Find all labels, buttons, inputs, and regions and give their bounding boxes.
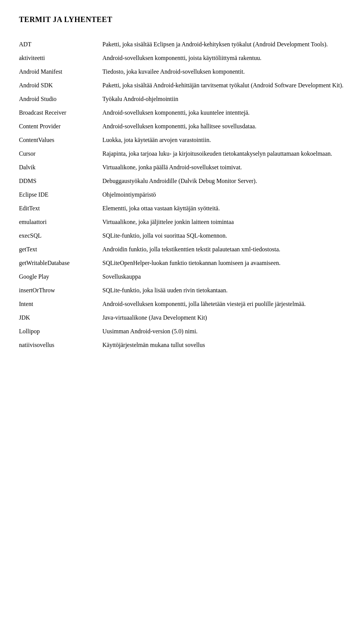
glossary-definition: Elementti, joka ottaa vastaan käyttäjän … [102,202,345,215]
glossary-row: getWritableDatabaseSQLiteOpenHelper-luok… [19,256,345,270]
glossary-term: natiivisovellus [19,338,102,352]
glossary-definition: Käyttöjärjestelmän mukana tullut sovellu… [102,338,345,352]
glossary-term: insertOrThrow [19,284,102,297]
glossary-definition: Paketti, joka sisältää Android-kehittäjä… [102,79,345,92]
glossary-row: natiivisovellusKäyttöjärjestelmän mukana… [19,338,345,352]
glossary-definition: Tiedosto, joka kuvailee Android-sovelluk… [102,65,345,79]
glossary-table: ADTPaketti, joka sisältää Eclipsen ja An… [19,38,345,352]
glossary-row: DalvikVirtuaalikone, jonka päällä Androi… [19,161,345,174]
glossary-row: ContentValuesLuokka, jota käytetään arvo… [19,133,345,147]
glossary-row: Content ProviderAndroid-sovelluksen komp… [19,120,345,133]
glossary-row: Android SDKPaketti, joka sisältää Androi… [19,79,345,92]
glossary-row: JDKJava-virtuaalikone (Java Development … [19,311,345,325]
glossary-definition: Ohjelmointiympäristö [102,188,345,202]
glossary-definition: Virtuaalikone, jonka päällä Android-sove… [102,161,345,174]
glossary-definition: Android-sovelluksen komponentti, jolla l… [102,297,345,311]
glossary-term: Dalvik [19,161,102,174]
glossary-definition: Virtuaalikone, joka jäljittelee jonkin l… [102,215,345,229]
glossary-term: Android SDK [19,79,102,92]
glossary-term: Broadcast Receiver [19,106,102,120]
glossary-row: Android StudioTyökalu Android-ohjelmoint… [19,92,345,106]
glossary-row: aktiviteettiAndroid-sovelluksen komponen… [19,51,345,65]
glossary-definition: SQLite-funktio, joka lisää uuden rivin t… [102,284,345,297]
glossary-term: execSQL [19,229,102,243]
glossary-term: ADT [19,38,102,51]
glossary-row: Broadcast ReceiverAndroid-sovelluksen ko… [19,106,345,120]
glossary-definition: Sovelluskauppa [102,270,345,284]
glossary-row: emulaattoriVirtuaalikone, joka jäljittel… [19,215,345,229]
glossary-row: execSQLSQLite-funktio, jolla voi suoritt… [19,229,345,243]
glossary-definition: Java-virtuaalikone (Java Development Kit… [102,311,345,325]
glossary-term: aktiviteetti [19,51,102,65]
glossary-definition: Debuggaustyökalu Androidille (Dalvik Deb… [102,174,345,188]
glossary-term: Android Studio [19,92,102,106]
glossary-definition: SQLite-funktio, jolla voi suorittaa SQL-… [102,229,345,243]
glossary-row: getTextAndroidin funktio, jolla tekstike… [19,243,345,256]
glossary-term: DDMS [19,174,102,188]
glossary-row: LollipopUusimman Android-version (5.0) n… [19,325,345,338]
glossary-row: DDMSDebuggaustyökalu Androidille (Dalvik… [19,174,345,188]
glossary-term: Cursor [19,147,102,161]
glossary-definition: Rajapinta, joka tarjoaa luku- ja kirjoit… [102,147,345,161]
glossary-term: getText [19,243,102,256]
glossary-row: Eclipse IDEOhjelmointiympäristö [19,188,345,202]
glossary-row: IntentAndroid-sovelluksen komponentti, j… [19,297,345,311]
glossary-row: insertOrThrowSQLite-funktio, joka lisää … [19,284,345,297]
glossary-definition: Androidin funktio, jolla tekstikenttien … [102,243,345,256]
glossary-row: ADTPaketti, joka sisältää Eclipsen ja An… [19,38,345,51]
glossary-term: Intent [19,297,102,311]
glossary-term: ContentValues [19,133,102,147]
glossary-term: Android Manifest [19,65,102,79]
glossary-definition: Android-sovelluksen komponentti, joka ku… [102,106,345,120]
glossary-row: Google PlaySovelluskauppa [19,270,345,284]
page-title: TERMIT JA LYHENTEET [19,15,345,24]
glossary-term: emulaattori [19,215,102,229]
glossary-term: Lollipop [19,325,102,338]
glossary-row: CursorRajapinta, joka tarjoaa luku- ja k… [19,147,345,161]
glossary-definition: SQLiteOpenHelper-luokan funktio tietokan… [102,256,345,270]
glossary-term: Google Play [19,270,102,284]
glossary-row: EditTextElementti, joka ottaa vastaan kä… [19,202,345,215]
glossary-term: JDK [19,311,102,325]
glossary-definition: Paketti, joka sisältää Eclipsen ja Andro… [102,38,345,51]
glossary-definition: Työkalu Android-ohjelmointiin [102,92,345,106]
glossary-term: Content Provider [19,120,102,133]
glossary-definition: Android-sovelluksen komponentti, joka ha… [102,120,345,133]
glossary-definition: Uusimman Android-version (5.0) nimi. [102,325,345,338]
glossary-term: getWritableDatabase [19,256,102,270]
glossary-definition: Android-sovelluksen komponentti, joista … [102,51,345,65]
glossary-term: Eclipse IDE [19,188,102,202]
glossary-row: Android ManifestTiedosto, joka kuvailee … [19,65,345,79]
glossary-definition: Luokka, jota käytetään arvojen varastoin… [102,133,345,147]
glossary-term: EditText [19,202,102,215]
